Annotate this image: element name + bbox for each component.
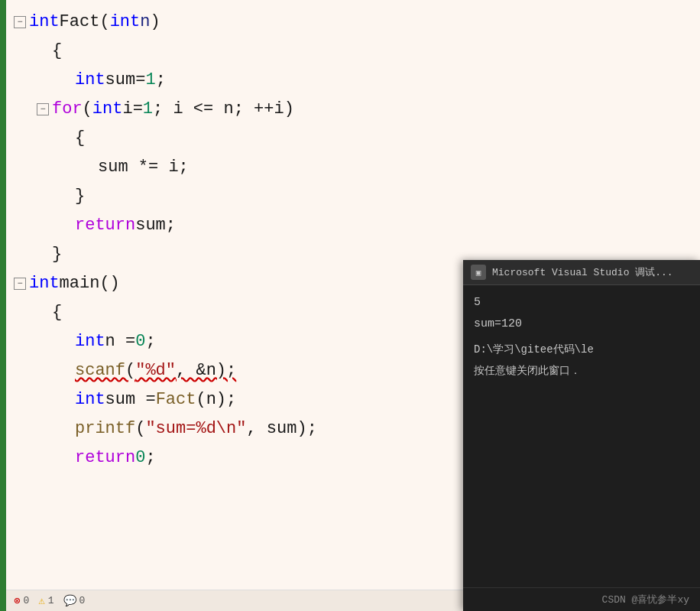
code-editor[interactable]: − int Fact ( int n ) { int sum = 1 ; (6, 0, 700, 611)
line-int-sum: int sum = 1 ; (14, 66, 700, 95)
error-status[interactable]: ⊗ 0 (14, 594, 29, 607)
line-brace-open-1: { (14, 37, 700, 66)
warning-count: 1 (48, 595, 54, 606)
warning-status[interactable]: ⚠ 1 (38, 594, 53, 607)
console-prompt: 按任意键关闭此窗口． (474, 362, 689, 381)
console-path: D:\学习\gitee代码\le (474, 341, 689, 359)
error-count: 0 (23, 595, 29, 606)
console-output-sum: sum=120 (474, 314, 689, 334)
line-return-sum: return sum; (14, 211, 700, 240)
error-icon: ⊗ (14, 594, 20, 607)
kw-int-fact: int (29, 8, 60, 35)
fn-fact: Fact (60, 8, 100, 35)
info-icon: 💬 (63, 594, 76, 607)
fold-icon-for[interactable]: − (37, 103, 49, 115)
main-container: − int Fact ( int n ) { int sum = 1 ; (0, 0, 700, 611)
line-sum-mul: sum *= i; (14, 153, 700, 182)
message-status[interactable]: 💬 0 (63, 594, 86, 607)
console-panel: ▣ Microsoft Visual Studio 调试... 5 sum=12… (463, 260, 700, 611)
fold-icon-fact[interactable]: − (14, 16, 26, 28)
line-for: − for ( int i = 1 ; i <= n; ++i) (14, 95, 700, 124)
console-body: 5 sum=120 D:\学习\gitee代码\le 按任意键关闭此窗口． (463, 285, 700, 587)
fold-icon-main[interactable]: − (14, 278, 26, 290)
green-bar (0, 0, 6, 611)
line-brace-open-2: { (14, 124, 700, 153)
console-output-number: 5 (474, 293, 689, 313)
line-brace-close-2: } (14, 182, 700, 211)
console-footer: CSDN @喜忧参半xy (463, 587, 700, 611)
warning-icon: ⚠ (38, 594, 44, 607)
console-header: ▣ Microsoft Visual Studio 调试... (463, 260, 700, 285)
message-count: 0 (79, 595, 86, 606)
line-fact-sig: − int Fact ( int n ) (14, 8, 700, 37)
console-title: Microsoft Visual Studio 调试... (492, 265, 673, 279)
console-icon: ▣ (471, 265, 486, 280)
